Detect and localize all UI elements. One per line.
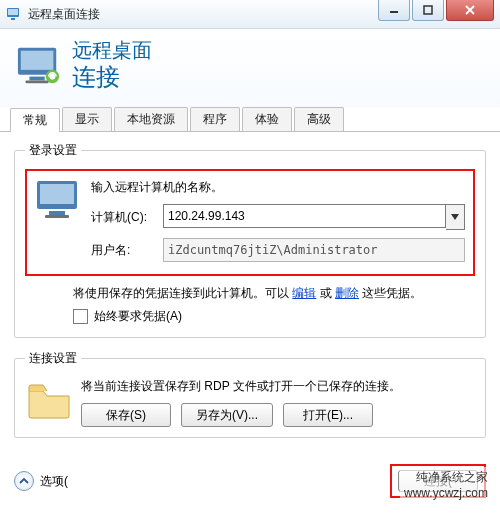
window-buttons	[376, 0, 494, 21]
delete-credentials-link[interactable]: 删除	[335, 286, 359, 300]
tab-content: 登录设置 输入远程计算机的名称。 计算机(C):	[0, 132, 500, 458]
folder-icon	[25, 377, 73, 421]
chevron-up-icon	[14, 471, 34, 491]
close-button[interactable]	[446, 0, 494, 21]
tab-experience[interactable]: 体验	[242, 107, 292, 131]
banner: 远程桌面 连接	[0, 29, 500, 107]
svg-rect-4	[424, 6, 432, 14]
save-button[interactable]: 保存(S)	[81, 403, 171, 427]
login-prompt: 输入远程计算机的名称。	[91, 179, 465, 196]
edit-credentials-link[interactable]: 编辑	[292, 286, 316, 300]
connection-legend: 连接设置	[25, 350, 81, 367]
computer-dropdown-button[interactable]	[446, 204, 465, 230]
app-icon	[6, 6, 22, 22]
login-computer-icon	[35, 177, 83, 221]
computer-label: 计算机(C):	[91, 209, 163, 226]
computer-input[interactable]	[163, 204, 446, 228]
titlebar: 远程桌面连接	[0, 0, 500, 29]
login-group: 登录设置 输入远程计算机的名称。 计算机(C):	[14, 142, 486, 338]
tab-local[interactable]: 本地资源	[114, 107, 188, 131]
svg-marker-17	[451, 214, 459, 220]
watermark: 纯净系统之家 www.ycwzj.com	[400, 467, 492, 502]
connection-group: 连接设置 将当前连接设置保存到 RDP 文件或打开一个已保存的连接。 保存(S)…	[14, 350, 486, 438]
options-toggle[interactable]: 选项(	[14, 471, 68, 491]
svg-rect-15	[49, 211, 65, 215]
rdc-window: 远程桌面连接 远程桌面 连接 常规 显示 本地资源	[0, 0, 500, 508]
svg-rect-2	[11, 18, 15, 20]
tab-strip: 常规 显示 本地资源 程序 体验 高级	[0, 107, 500, 132]
highlight-box: 输入远程计算机的名称。 计算机(C): 用户名:	[25, 169, 475, 276]
banner-text: 远程桌面 连接	[72, 39, 152, 93]
banner-computer-icon	[16, 44, 62, 88]
svg-rect-14	[40, 184, 74, 204]
always-ask-row[interactable]: 始终要求凭据(A)	[73, 308, 475, 325]
always-ask-checkbox[interactable]	[73, 309, 88, 324]
tab-general[interactable]: 常规	[10, 108, 60, 132]
always-ask-label: 始终要求凭据(A)	[94, 308, 182, 325]
svg-rect-1	[8, 9, 18, 15]
svg-rect-8	[21, 51, 54, 70]
username-label: 用户名:	[91, 242, 163, 259]
tab-display[interactable]: 显示	[62, 107, 112, 131]
svg-rect-10	[26, 80, 49, 83]
open-button[interactable]: 打开(E)...	[283, 403, 373, 427]
tab-programs[interactable]: 程序	[190, 107, 240, 131]
save-as-button[interactable]: 另存为(V)...	[181, 403, 273, 427]
svg-point-12	[49, 74, 55, 80]
svg-rect-9	[29, 77, 44, 81]
minimize-button[interactable]	[378, 0, 410, 21]
login-legend: 登录设置	[25, 142, 81, 159]
options-label: 选项(	[40, 473, 68, 490]
window-title: 远程桌面连接	[28, 6, 100, 23]
hint-suffix: 这些凭据。	[362, 286, 422, 300]
hint-prefix: 将使用保存的凭据连接到此计算机。可以	[73, 286, 289, 300]
connection-text: 将当前连接设置保存到 RDP 文件或打开一个已保存的连接。	[81, 377, 475, 395]
tab-advanced[interactable]: 高级	[294, 107, 344, 131]
banner-line1: 远程桌面	[72, 39, 152, 61]
svg-rect-16	[45, 215, 69, 218]
banner-line2: 连接	[72, 61, 152, 93]
username-input	[163, 238, 465, 262]
hint-or: 或	[320, 286, 332, 300]
credentials-hint: 将使用保存的凭据连接到此计算机。可以 编辑 或 删除 这些凭据。	[25, 284, 475, 302]
maximize-button[interactable]	[412, 0, 444, 21]
computer-combo[interactable]	[163, 204, 465, 230]
